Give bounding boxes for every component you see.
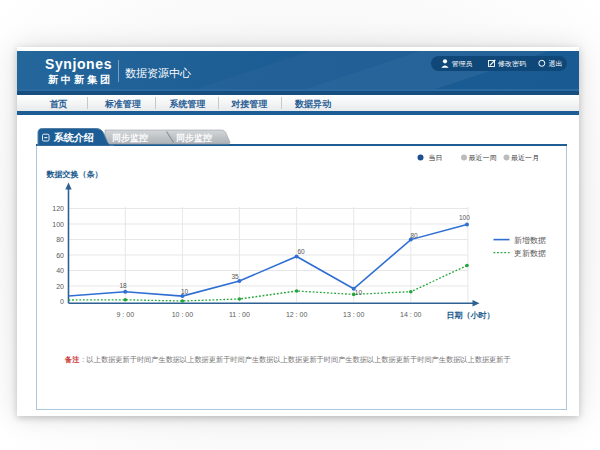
- svg-text:35: 35: [232, 273, 240, 280]
- svg-text:10: 10: [181, 288, 189, 295]
- svg-text:数据交换（条）: 数据交换（条）: [46, 170, 103, 179]
- svg-text:40: 40: [56, 267, 64, 274]
- svg-text:10 : 00: 10 : 00: [172, 311, 194, 318]
- svg-text:最近一周: 最近一周: [469, 154, 497, 161]
- svg-text:最近一月: 最近一月: [511, 154, 539, 162]
- svg-text:12 : 00: 12 : 00: [286, 311, 308, 318]
- svg-text:备注：以上数据更新于时间产生数据以上数据更新于时间产生数据以: 备注：以上数据更新于时间产生数据以上数据更新于时间产生数据以上数据更新于时间产生…: [64, 355, 511, 364]
- svg-text:80: 80: [56, 236, 64, 243]
- svg-text:100: 100: [459, 214, 470, 221]
- svg-text:9 : 00: 9 : 00: [117, 311, 135, 318]
- svg-text:20: 20: [56, 283, 64, 290]
- svg-text:系统介绍: 系统介绍: [53, 132, 94, 143]
- svg-text:60: 60: [56, 252, 64, 259]
- svg-text:修改密码: 修改密码: [498, 60, 526, 68]
- svg-text:同步监控: 同步监控: [176, 133, 212, 143]
- svg-text:11 : 00: 11 : 00: [229, 311, 250, 318]
- svg-text:退出: 退出: [549, 59, 563, 67]
- svg-text:120: 120: [52, 205, 64, 212]
- svg-text:0: 0: [60, 298, 64, 305]
- svg-text:14 : 00: 14 : 00: [400, 311, 422, 318]
- svg-text:10: 10: [355, 289, 363, 296]
- svg-text:管理员: 管理员: [452, 60, 473, 68]
- svg-text:当日: 当日: [429, 154, 443, 162]
- svg-text:60: 60: [298, 248, 306, 255]
- svg-text:100: 100: [52, 221, 64, 228]
- svg-text:13 : 00: 13 : 00: [343, 311, 365, 318]
- svg-text:同步监控: 同步监控: [112, 133, 148, 143]
- svg-text:新增数据: 新增数据: [514, 236, 546, 245]
- svg-text:日期（小时）: 日期（小时）: [447, 311, 495, 320]
- svg-text:更新数据: 更新数据: [514, 249, 546, 258]
- svg-text:80: 80: [411, 232, 419, 239]
- svg-text:18: 18: [120, 282, 128, 289]
